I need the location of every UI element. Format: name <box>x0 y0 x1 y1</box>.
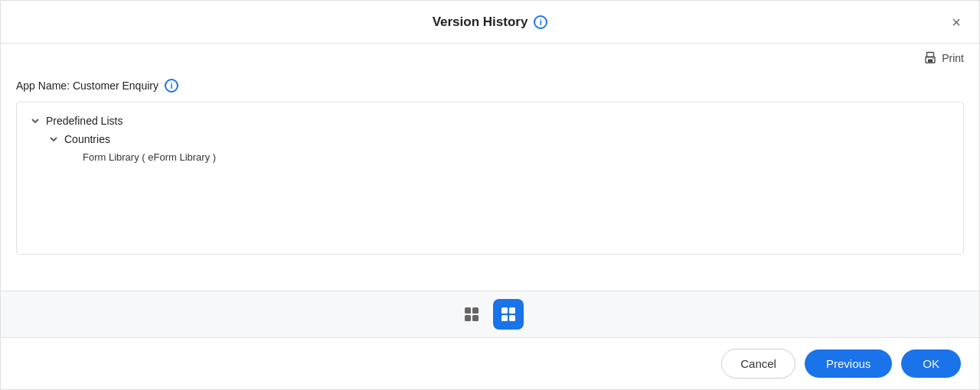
root-node-label: Predefined Lists <box>46 115 122 127</box>
pagination-bar <box>1 291 979 338</box>
title-group: Version History i <box>433 15 548 30</box>
app-info-icon[interactable]: i <box>165 79 178 93</box>
print-label: Print <box>942 52 964 64</box>
page-view-btn-1[interactable] <box>456 299 487 330</box>
modal-footer: Cancel Previous OK <box>1 338 979 389</box>
svg-rect-7 <box>472 315 479 321</box>
countries-node-label: Countries <box>64 133 110 145</box>
svg-rect-6 <box>465 315 471 321</box>
ok-button[interactable]: OK <box>901 349 961 378</box>
cancel-button[interactable]: Cancel <box>721 349 795 379</box>
countries-children: Form Library ( eForm Library ) <box>66 148 951 166</box>
svg-rect-11 <box>509 315 515 321</box>
tree-root-node[interactable]: Predefined Lists <box>29 112 951 130</box>
grid-view-icon <box>463 306 480 323</box>
previous-button[interactable]: Previous <box>805 349 892 378</box>
root-chevron-icon <box>29 115 41 127</box>
modal-dialog: Version History i × Print App Name: Cust… <box>0 0 980 390</box>
modal-toolbar: Print <box>1 44 979 73</box>
svg-rect-10 <box>501 315 508 321</box>
svg-rect-9 <box>509 307 515 314</box>
svg-rect-5 <box>472 307 479 314</box>
print-button[interactable]: Print <box>923 51 964 65</box>
page-view-btn-2[interactable] <box>493 299 524 330</box>
svg-rect-4 <box>465 307 471 314</box>
form-library-leaf: Form Library ( eForm Library ) <box>83 148 951 166</box>
modal-header: Version History i × <box>1 1 979 44</box>
title-info-icon[interactable]: i <box>534 15 547 29</box>
tree-container: Predefined Lists Countries Form Library … <box>16 102 964 255</box>
modal-title: Version History <box>433 15 528 30</box>
app-name-label: App Name: Customer Enquiry <box>16 80 158 92</box>
countries-chevron-icon <box>47 133 60 145</box>
tree-children: Countries Form Library ( eForm Library ) <box>47 130 951 166</box>
svg-rect-0 <box>927 53 934 57</box>
close-button[interactable]: × <box>949 11 964 33</box>
svg-point-3 <box>933 58 934 60</box>
modal-body: App Name: Customer Enquiry i Predefined … <box>1 73 979 291</box>
svg-rect-2 <box>928 60 933 63</box>
app-name-row: App Name: Customer Enquiry i <box>16 73 964 102</box>
print-icon <box>923 51 937 65</box>
svg-rect-8 <box>501 307 508 314</box>
grid-view-active-icon <box>500 306 517 323</box>
countries-node[interactable]: Countries <box>47 130 951 148</box>
form-library-label: Form Library ( eForm Library ) <box>83 151 216 163</box>
